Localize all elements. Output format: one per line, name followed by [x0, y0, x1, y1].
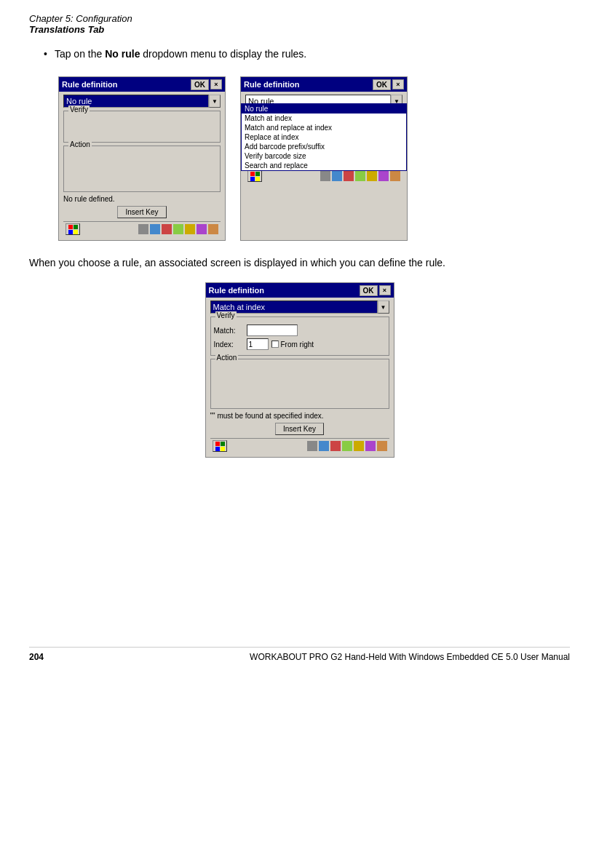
- screenshot3-action-content: [214, 365, 386, 405]
- svg-rect-1: [74, 225, 78, 229]
- taskbar-icon1: [138, 224, 148, 234]
- screenshot3-verify-content: Match: Index: From right: [214, 324, 386, 350]
- dropdown-item-addbarcode[interactable]: Add barcode prefix/suffix: [242, 142, 406, 151]
- svg-rect-0: [68, 225, 73, 229]
- taskbar2-icon6: [378, 171, 389, 181]
- taskbar-icon3: [162, 224, 172, 234]
- taskbar3-icon1: [307, 441, 317, 451]
- taskbar-icon6: [197, 224, 207, 234]
- taskbar2-icon3: [344, 171, 354, 181]
- screenshot3-status: "" must be found at specified index.: [210, 412, 389, 420]
- dropdown-item-replace[interactable]: Replace at index: [242, 132, 406, 142]
- svg-rect-9: [221, 442, 225, 446]
- svg-rect-7: [255, 177, 260, 181]
- dropdown-item-norule[interactable]: No rule: [242, 104, 406, 114]
- screenshot3-ok[interactable]: OK: [360, 285, 378, 296]
- taskbar3-icon2: [319, 441, 329, 451]
- screenshot3-match-row: Match:: [214, 324, 386, 336]
- screenshot3-verify-group: Verify Match: Index: F: [210, 316, 389, 356]
- taskbar2-icon1: [320, 171, 330, 181]
- paragraph-text: When you choose a rule, an associated sc…: [29, 255, 570, 271]
- screenshot1-dropdown-arrow[interactable]: ▼: [209, 95, 221, 108]
- screenshot1-ok[interactable]: OK: [191, 79, 209, 90]
- dropdown-item-matchreplace[interactable]: Match and replace at index: [242, 123, 406, 132]
- screenshot1-verify-group: Verify: [63, 111, 221, 143]
- taskbar3-icon3: [330, 441, 341, 451]
- screenshot3-close[interactable]: ×: [379, 285, 391, 295]
- screenshot3-dropdown-row: Match at index ▼: [210, 300, 389, 314]
- svg-rect-5: [255, 172, 260, 176]
- screenshot1-start[interactable]: [66, 223, 80, 235]
- screenshot3-from-right-label: From right: [271, 341, 314, 349]
- footer-product: WORKABOUT PRO G2 Hand-Held With Windows …: [250, 652, 570, 662]
- screenshot3-match-input[interactable]: [247, 324, 298, 336]
- taskbar3-icon7: [377, 441, 387, 451]
- screenshot2-body: No rule ▼ No rule Match at index Match a…: [241, 92, 407, 187]
- dropdown-item-matchindex[interactable]: Match at index: [242, 114, 406, 123]
- screenshot3-index-input[interactable]: [247, 338, 269, 350]
- screenshot2-controls: OK ×: [373, 79, 404, 90]
- screenshot2: Rule definition OK × No rule ▼ No rule M…: [240, 76, 408, 241]
- chapter-title: Chapter 5: Configuration: [29, 13, 570, 24]
- svg-rect-11: [221, 447, 225, 451]
- taskbar3-icon4: [342, 441, 352, 451]
- screenshot1-taskbar-icons: [138, 224, 218, 234]
- screenshot3-taskbar-icons: [307, 441, 387, 451]
- screenshot2-title: Rule definition: [244, 80, 373, 89]
- taskbar-icon4: [173, 224, 183, 234]
- screenshot3: Rule definition OK × Match at index ▼ Ve…: [205, 282, 394, 458]
- screenshot1: Rule definition OK × No rule ▼ Verify: [58, 76, 226, 241]
- screenshot2-taskbar-icons: [320, 171, 400, 181]
- screenshot2-dropdown-list[interactable]: No rule Match at index Match and replace…: [241, 103, 407, 171]
- chapter-header: Chapter 5: Configuration Translations Ta…: [29, 13, 570, 35]
- screenshot1-controls: OK ×: [191, 79, 222, 90]
- taskbar-icon5: [185, 224, 195, 234]
- screenshot1-verify-label: Verify: [68, 105, 90, 114]
- screenshot3-index-label: Index:: [214, 341, 247, 349]
- screenshot2-ok[interactable]: OK: [373, 79, 391, 90]
- svg-rect-3: [74, 230, 78, 234]
- screenshot1-titlebar: Rule definition OK ×: [59, 77, 225, 92]
- taskbar-icon7: [208, 224, 218, 234]
- bullet-item: • Tap on the No rule dropdown menu to di…: [44, 47, 570, 62]
- content-area: • Tap on the No rule dropdown menu to di…: [29, 47, 570, 458]
- screenshot2-start[interactable]: [247, 170, 262, 182]
- bullet-dot: •: [44, 48, 47, 60]
- screenshot3-from-right-checkbox[interactable]: [271, 341, 279, 348]
- taskbar2-icon2: [332, 171, 342, 181]
- screenshot3-start[interactable]: [213, 440, 227, 452]
- section-title: Translations Tab: [29, 24, 570, 35]
- dropdown-item-verifybarcode[interactable]: Verify barcode size: [242, 151, 406, 161]
- screenshot3-index-row: Index: From right: [214, 338, 386, 350]
- svg-rect-8: [215, 442, 220, 446]
- screenshots-row: Rule definition OK × No rule ▼ Verify: [58, 76, 570, 241]
- taskbar3-icon6: [365, 441, 376, 451]
- screenshot3-title: Rule definition: [209, 286, 360, 295]
- screenshot3-dropdown-arrow[interactable]: ▼: [378, 300, 389, 314]
- screenshot1-insert-key[interactable]: Insert Key: [117, 206, 166, 218]
- screenshot1-status: No rule defined.: [63, 195, 221, 203]
- taskbar2-icon5: [367, 171, 377, 181]
- screenshot1-action-group: Action: [63, 146, 221, 192]
- screenshot3-match-label: Match:: [214, 327, 247, 335]
- taskbar2-icon7: [390, 171, 400, 181]
- screenshot3-action-label: Action: [215, 354, 239, 362]
- screenshot1-title: Rule definition: [62, 80, 191, 89]
- start-icon: [68, 224, 78, 234]
- screenshot3-verify-label: Verify: [215, 311, 237, 319]
- screenshot3-insert-key[interactable]: Insert Key: [275, 423, 324, 435]
- screenshot1-body: No rule ▼ Verify Action No rule defined.…: [59, 92, 225, 240]
- start-icon2: [250, 171, 260, 181]
- taskbar3-icon5: [354, 441, 364, 451]
- screenshot3-container: Rule definition OK × Match at index ▼ Ve…: [29, 282, 570, 458]
- svg-rect-6: [250, 177, 255, 181]
- screenshot3-taskbar: [210, 438, 389, 453]
- dropdown-item-searchreplace[interactable]: Search and replace: [242, 161, 406, 170]
- screenshot3-controls: OK ×: [360, 285, 391, 296]
- start-icon3: [215, 441, 225, 451]
- screenshot1-close[interactable]: ×: [210, 79, 222, 89]
- screenshot2-close[interactable]: ×: [392, 79, 404, 89]
- footer-page-number: 204: [29, 652, 44, 662]
- svg-rect-2: [68, 230, 73, 234]
- taskbar-icon2: [150, 224, 160, 234]
